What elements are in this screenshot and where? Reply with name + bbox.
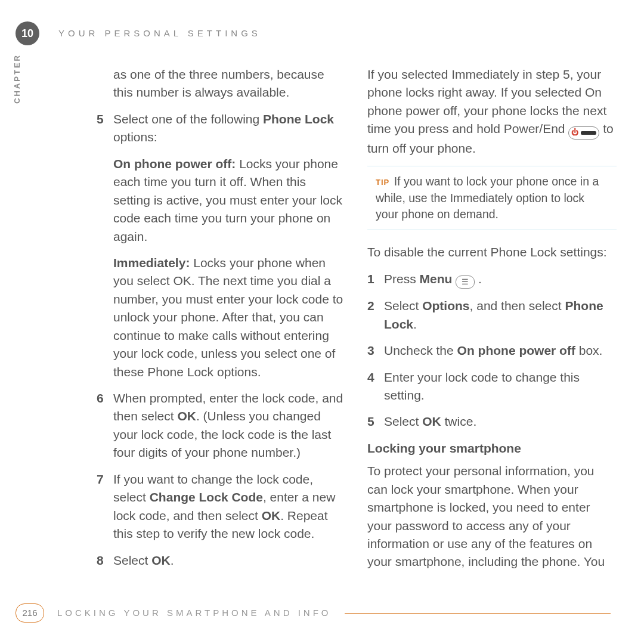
footer-rule [345, 613, 611, 614]
step-number: 5 [97, 110, 113, 147]
power-end-icon: ⏻ [568, 126, 599, 140]
text: Select [384, 299, 422, 312]
step-body: Press Menu ☰ . [384, 270, 617, 289]
step-body: Select Options, and then select Phone Lo… [384, 297, 617, 333]
text: Select [113, 553, 151, 567]
step-number: 2 [367, 297, 384, 333]
step-body: Uncheck the On phone power off box. [384, 342, 617, 360]
disable-step-4: 4 Enter your lock code to change this se… [367, 369, 617, 405]
step-number: 1 [367, 270, 384, 289]
step-body: When prompted, enter the lock code, and … [113, 389, 346, 462]
step-7: 7 If you want to change the lock code, s… [97, 470, 346, 543]
disable-step-1: 1 Press Menu ☰ . [367, 270, 617, 289]
page-number: 216 [16, 603, 44, 623]
page-header: 10 YOUR PERSONAL SETTINGS [16, 21, 611, 45]
disable-step-2: 2 Select Options, and then select Phone … [367, 297, 617, 333]
step-number: 3 [367, 342, 384, 360]
step-number: 7 [97, 470, 113, 543]
step-number: 5 [367, 413, 384, 431]
step-body: Select OK. [113, 552, 346, 569]
tip-label: TIP [376, 178, 389, 187]
text: If you selected Immediately in step 5, y… [367, 67, 606, 135]
step-number: 8 [97, 552, 113, 569]
disable-step-5: 5 Select OK twice. [367, 413, 617, 431]
bold-text: OK [262, 509, 281, 522]
bold-text: Immediately: [113, 256, 190, 270]
menu-icon: ☰ [456, 275, 475, 289]
text: Select one of the following [113, 112, 263, 126]
intro-text: as one of the three numbers, because thi… [113, 66, 346, 102]
chapter-badge: 10 [16, 21, 39, 45]
document-page: 10 YOUR PERSONAL SETTINGS CHAPTER as one… [0, 0, 644, 644]
bold-text: OK [177, 409, 196, 423]
bold-text: Phone Lock [263, 112, 334, 126]
step-body: Enter your lock code to change this sett… [384, 369, 617, 405]
tip-text: If you want to lock your phone once in a… [376, 175, 599, 221]
step-number: 4 [367, 369, 384, 405]
step-5: 5 Select one of the following Phone Lock… [97, 110, 346, 147]
bold-text: On phone power off [457, 343, 575, 357]
content-columns: as one of the three numbers, because thi… [97, 66, 617, 580]
power-bar [581, 131, 596, 135]
text: , and then select [470, 299, 565, 312]
text: twice. [441, 414, 477, 428]
text: Locks your phone when you select OK. The… [113, 256, 343, 379]
step-body: If you want to change the lock code, sel… [113, 470, 346, 543]
chapter-number: 10 [21, 26, 33, 41]
disable-step-3: 3 Uncheck the On phone power off box. [367, 342, 617, 360]
step-body: Select one of the following Phone Lock o… [113, 110, 346, 147]
bold-text: OK [151, 553, 171, 567]
power-glyph: ⏻ [571, 128, 578, 138]
text: Press [384, 272, 420, 286]
text: options: [113, 130, 157, 144]
text: Select [384, 414, 422, 428]
disable-heading: To disable the current Phone Lock settin… [367, 243, 617, 261]
tip-callout: TIP If you want to lock your phone once … [367, 166, 617, 230]
footer-title: LOCKING YOUR SMARTPHONE AND INFO [57, 606, 332, 620]
step-6: 6 When prompted, enter the lock code, an… [97, 389, 346, 462]
step-body: Select OK twice. [384, 413, 617, 431]
text: . [475, 272, 482, 286]
left-column: as one of the three numbers, because thi… [97, 66, 346, 580]
text: Uncheck the [384, 343, 457, 357]
locking-paragraph: To protect your personal information, yo… [367, 462, 617, 571]
bold-text: OK [422, 414, 441, 428]
step-number: 6 [97, 389, 113, 462]
chapter-side-label: CHAPTER [12, 54, 23, 104]
bold-text: On phone power off: [113, 157, 236, 171]
text: box. [575, 343, 603, 357]
text: Enter your lock code to change this sett… [384, 370, 580, 402]
text: . [413, 317, 417, 331]
chapter-title: YOUR PERSONAL SETTINGS [58, 27, 261, 40]
result-paragraph: If you selected Immediately in step 5, y… [367, 66, 617, 157]
option-1: On phone power off: Locks your phone eac… [113, 155, 346, 246]
bold-text: Change Lock Code [150, 490, 263, 504]
section-heading: Locking your smartphone [367, 439, 617, 457]
text: . [171, 553, 174, 567]
step-8: 8 Select OK. [97, 552, 346, 569]
option-2: Immediately: Locks your phone when you s… [113, 254, 346, 381]
bold-text: Options [422, 299, 469, 312]
bold-text: Menu [420, 272, 453, 286]
right-column: If you selected Immediately in step 5, y… [367, 66, 617, 580]
page-footer: 216 LOCKING YOUR SMARTPHONE AND INFO [16, 603, 611, 623]
